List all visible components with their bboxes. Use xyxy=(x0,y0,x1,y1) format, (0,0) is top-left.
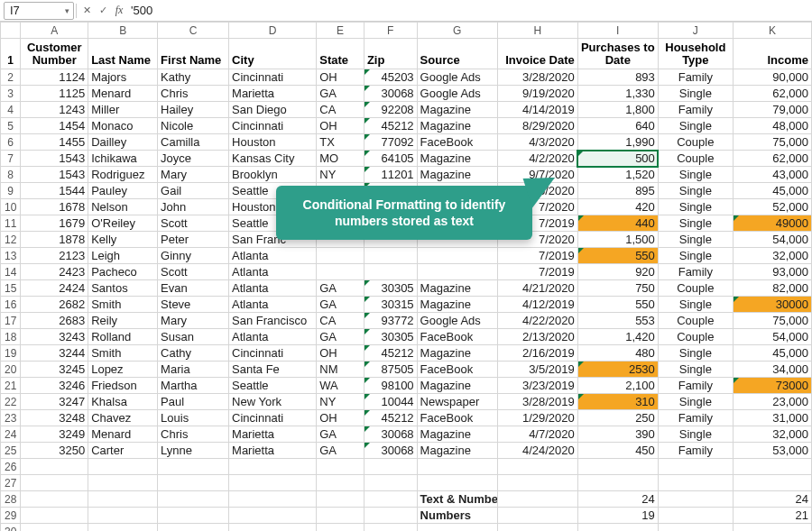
cell[interactable]: Kelly xyxy=(88,232,158,248)
row-header[interactable]: 12 xyxy=(1,232,21,248)
cell[interactable]: 10044 xyxy=(364,394,417,410)
cell[interactable]: Magazine xyxy=(417,426,497,443)
cell[interactable]: Scott xyxy=(158,215,229,232)
cell[interactable] xyxy=(577,524,658,532)
cell[interactable]: San Diego xyxy=(229,102,317,118)
cell[interactable]: Gail xyxy=(158,183,229,199)
cell[interactable]: 440 xyxy=(577,215,658,232)
row-header[interactable]: 13 xyxy=(1,248,21,264)
cell[interactable]: 550 xyxy=(577,297,658,313)
cell[interactable]: 390 xyxy=(577,426,658,443)
cell[interactable]: Leigh xyxy=(88,248,158,264)
cell[interactable]: Family xyxy=(658,378,733,394)
cell[interactable]: Pacheco xyxy=(88,264,158,280)
cell[interactable]: Single xyxy=(658,215,733,232)
cell[interactable]: 2683 xyxy=(21,313,88,329)
cell[interactable]: Susan xyxy=(158,329,229,345)
cell[interactable]: Hailey xyxy=(158,102,229,118)
cell[interactable]: 87505 xyxy=(364,362,417,378)
cell[interactable]: John xyxy=(158,199,229,215)
cell[interactable] xyxy=(21,491,88,508)
cell[interactable]: OH xyxy=(317,345,364,362)
cell[interactable]: FaceBook xyxy=(417,329,497,345)
cell[interactable]: Cincinnati xyxy=(229,410,317,426)
cell[interactable]: 4/3/2020 xyxy=(497,134,577,151)
row-header[interactable]: 26 xyxy=(1,459,21,475)
cell[interactable]: 1543 xyxy=(21,151,88,167)
cell[interactable] xyxy=(417,475,497,491)
cell[interactable]: 4/7/2020 xyxy=(497,426,577,443)
cell[interactable]: Atlanta xyxy=(229,297,317,313)
cell[interactable]: Newspaper xyxy=(417,394,497,410)
cell[interactable]: FaceBook xyxy=(417,410,497,426)
cell[interactable]: Menard xyxy=(88,426,158,443)
col-header-I[interactable]: I xyxy=(577,23,658,39)
row-header[interactable]: 25 xyxy=(1,443,21,459)
cell[interactable]: 49000 xyxy=(733,215,811,232)
cell[interactable]: 1,330 xyxy=(577,86,658,102)
cell[interactable] xyxy=(88,524,158,532)
cancel-icon[interactable]: ✕ xyxy=(78,3,95,19)
cell[interactable]: 75,000 xyxy=(733,313,811,329)
cell[interactable]: Majors xyxy=(88,69,158,86)
cell[interactable]: Seattle xyxy=(229,378,317,394)
cell[interactable]: Single xyxy=(658,167,733,183)
cell[interactable]: Couple xyxy=(658,134,733,151)
cell[interactable]: FaceBook xyxy=(417,362,497,378)
cell[interactable]: Chris xyxy=(158,426,229,443)
cell[interactable] xyxy=(577,459,658,475)
cell[interactable]: 23,000 xyxy=(733,394,811,410)
cell[interactable]: Miller xyxy=(88,102,158,118)
cell[interactable]: Magazine xyxy=(417,297,497,313)
cell[interactable] xyxy=(317,524,364,532)
cell[interactable]: 920 xyxy=(577,264,658,280)
cell[interactable]: 1679 xyxy=(21,215,88,232)
row-header[interactable]: 22 xyxy=(1,394,21,410)
cell[interactable]: 82,000 xyxy=(733,280,811,297)
cell[interactable]: 640 xyxy=(577,118,658,134)
cell[interactable] xyxy=(658,475,733,491)
row-header[interactable]: 10 xyxy=(1,199,21,215)
cell[interactable]: Mary xyxy=(158,167,229,183)
cell[interactable]: Single xyxy=(658,362,733,378)
cell[interactable]: 895 xyxy=(577,183,658,199)
cell[interactable]: 34,000 xyxy=(733,362,811,378)
cell[interactable]: 3/5/2019 xyxy=(497,362,577,378)
cell[interactable]: Smith xyxy=(88,297,158,313)
summary-value[interactable]: 24 xyxy=(733,491,811,508)
cell[interactable]: 92208 xyxy=(364,102,417,118)
summary-label[interactable]: Numbers xyxy=(417,508,497,524)
header-household[interactable]: Household Type xyxy=(658,39,733,69)
formula-input[interactable]: '500 xyxy=(127,2,812,20)
cell[interactable]: 53,000 xyxy=(733,443,811,459)
cell[interactable] xyxy=(88,491,158,508)
cell[interactable]: 64105 xyxy=(364,151,417,167)
cell[interactable] xyxy=(417,524,497,532)
cell[interactable]: 3245 xyxy=(21,362,88,378)
row-header[interactable]: 7 xyxy=(1,151,21,167)
cell[interactable] xyxy=(417,264,497,280)
cell[interactable]: Camilla xyxy=(158,134,229,151)
col-header-D[interactable]: D xyxy=(229,23,317,39)
cell[interactable]: Dailley xyxy=(88,134,158,151)
cell[interactable] xyxy=(158,508,229,524)
cell[interactable]: Joyce xyxy=(158,151,229,167)
cell[interactable] xyxy=(497,475,577,491)
cell[interactable]: Cincinnati xyxy=(229,345,317,362)
cell[interactable]: Martha xyxy=(158,378,229,394)
cell[interactable]: 93,000 xyxy=(733,264,811,280)
cell[interactable]: Single xyxy=(658,345,733,362)
cell[interactable]: 7/2019 xyxy=(497,264,577,280)
col-header-A[interactable]: A xyxy=(21,23,88,39)
cell[interactable]: Khalsa xyxy=(88,394,158,410)
cell[interactable]: Paul xyxy=(158,394,229,410)
col-header-K[interactable]: K xyxy=(733,23,811,39)
cell[interactable]: Single xyxy=(658,199,733,215)
cell[interactable]: San Francisco xyxy=(229,313,317,329)
cell[interactable]: 2423 xyxy=(21,264,88,280)
cell[interactable]: 1454 xyxy=(21,118,88,134)
cell[interactable]: 1,520 xyxy=(577,167,658,183)
cell[interactable]: 3249 xyxy=(21,426,88,443)
cell[interactable]: 45,000 xyxy=(733,183,811,199)
cell[interactable]: 1/29/2020 xyxy=(497,410,577,426)
